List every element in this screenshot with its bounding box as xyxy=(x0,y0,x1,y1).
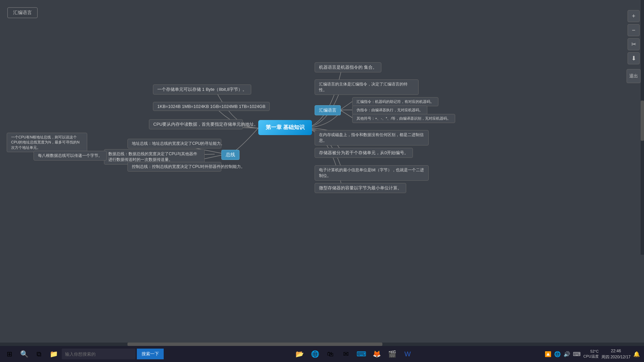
clock[interactable]: 22:46 周四 2020/12/17 xyxy=(601,348,631,360)
node-mem-disk-binary[interactable]: 在内存或磁盘上，指令和数据没有任何区别，都是二进制信息。 xyxy=(315,130,429,145)
node-data-bus-8bit[interactable]: 每八根数据总线可以传递一个字节。 xyxy=(34,151,107,161)
node-min-info[interactable]: 电子计算机的最小信息单位是bit（字节），也就是一个二进制位。 xyxy=(315,165,429,181)
taskbar-app-browser[interactable]: 🌐 xyxy=(308,347,322,361)
taskbar-app-media[interactable]: 🎬 xyxy=(385,347,399,361)
taskbar-app-terminal[interactable]: ⌨ xyxy=(355,347,368,361)
download-button[interactable]: ⬇ xyxy=(628,52,640,64)
taskbar-app-firefox[interactable]: 🦊 xyxy=(370,347,383,361)
cpu-temp: 52°C xyxy=(583,349,598,354)
tray-icon-1[interactable]: 🔼 xyxy=(545,351,551,357)
network-icon[interactable]: 🌐 xyxy=(554,351,561,357)
filemanager-button[interactable]: 📁 xyxy=(47,347,60,361)
svg-line-2 xyxy=(340,110,352,118)
horizontal-scrollbar[interactable] xyxy=(0,343,644,346)
center-node[interactable]: 第一章 基础知识 xyxy=(258,120,312,135)
taskbar-app-store[interactable]: 🛍 xyxy=(324,347,337,361)
clock-date: 周四 2020/12/17 xyxy=(601,354,631,360)
node-cpu-addr-width[interactable]: 一个CPU有N根地址总线，则可以说这个CPU的地址总线宽度为N，最多可寻找的N次… xyxy=(7,133,87,152)
node-storage-from0[interactable]: 存储器被分为若干个存储单元，从0开始编号。 xyxy=(315,148,413,158)
exit-button[interactable]: 退出 xyxy=(627,69,641,83)
zoom-out-button[interactable]: − xyxy=(628,24,640,36)
app-title: 汇编语言 xyxy=(7,7,38,18)
node-pseudo-instr: 伪指令：由编译器执行，无对应机器码。 xyxy=(352,106,427,115)
taskview-button[interactable]: ⧉ xyxy=(32,347,46,361)
node-control-bus[interactable]: 控制总线：控制总线的宽度决定了CPU对外部器件的控制能力。 xyxy=(127,162,221,172)
node-bus[interactable]: 总线 xyxy=(221,150,239,160)
taskbar-app-mail[interactable]: ✉ xyxy=(339,347,353,361)
node-assembly-lang[interactable]: 汇编语言 xyxy=(315,105,341,115)
search-input[interactable] xyxy=(62,349,136,359)
node-kb-mb[interactable]: 1KB=1024B 1MB=1024KB 1GB=1024MB 1TB=1024… xyxy=(153,102,270,111)
taskbar: ⊞ 🔍 ⧉ 📁 搜索一下 📂 🌐 🛍 ✉ ⌨ 🦊 🎬 W 🔼 🌐 🔊 ⌨ 52°… xyxy=(0,346,644,362)
node-storage-unit[interactable]: 一个存储单元可以存储 1 Byte（8bit,8字节）。 xyxy=(153,84,251,95)
zoom-in-button[interactable]: + xyxy=(628,10,640,22)
node-cpu-read[interactable]: CPU要从内存中读数据，首先要指定存储单元的地址。 xyxy=(149,119,243,129)
taskbar-app-folder[interactable]: 📂 xyxy=(293,347,306,361)
taskbar-middle: 📂 🌐 🛍 ✉ ⌨ 🦊 🎬 W xyxy=(166,347,541,361)
toolbar: + − ✂ ⬇ 退出 xyxy=(627,10,641,83)
cpu-info: 52°C CPU温度 xyxy=(583,349,598,359)
start-button[interactable]: ⊞ xyxy=(3,347,16,361)
svg-line-0 xyxy=(340,102,352,110)
scrollbar-thumb-v[interactable] xyxy=(641,101,644,141)
vertical-scrollbar[interactable] xyxy=(641,0,644,255)
node-address-bus[interactable]: 地址总线：地址总线的宽度决定了CPU的寻址能力。 xyxy=(127,139,221,148)
taskbar-app-word[interactable]: W xyxy=(401,347,414,361)
node-other-symbols: 其他符号：+、-、*、/等，由编译器识别，无对应机器码。 xyxy=(352,114,455,123)
node-assembly-instr: 汇编指令：机器码的助记符，有对应的机器码。 xyxy=(352,97,438,106)
cpu-label: CPU温度 xyxy=(583,354,598,359)
scrollbar-thumb-h[interactable] xyxy=(127,343,382,346)
notification-icon[interactable]: 🔔 xyxy=(633,351,640,357)
taskbar-right: 🔼 🌐 🔊 ⌨ 52°C CPU温度 22:46 周四 2020/12/17 🔔 xyxy=(541,348,644,360)
search-submit-button[interactable]: 搜索一下 xyxy=(137,349,164,359)
search-button[interactable]: 🔍 xyxy=(17,347,31,361)
node-assembly-subject[interactable]: 汇编语言的主体是汇编指令，决定了汇编语言的特性。 xyxy=(315,79,419,95)
taskbar-left: ⊞ 🔍 ⧉ 📁 搜索一下 xyxy=(0,347,166,361)
keyboard-icon[interactable]: ⌨ xyxy=(573,351,581,357)
node-machine-lang-def[interactable]: 机器语言是机器指令的 集合。 xyxy=(315,62,381,72)
node-micro-storage[interactable]: 微型存储器的容量以字节为最小单位计算。 xyxy=(315,183,406,193)
volume-icon[interactable]: 🔊 xyxy=(564,351,570,357)
clock-time: 22:46 xyxy=(601,348,631,354)
fit-button[interactable]: ✂ xyxy=(628,38,640,50)
